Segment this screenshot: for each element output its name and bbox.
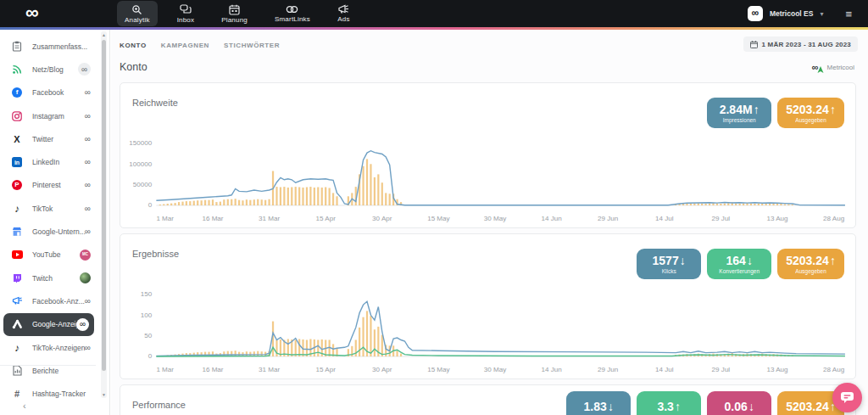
subnav-tabs: KONTOKAMPAGNENSTICHWÖRTER: [120, 42, 280, 49]
metricool-logo-icon[interactable]: ∞: [25, 2, 39, 24]
card-ergebnisse: Ergebnisse 1577 ↓Klicks164 ↓Konvertierun…: [120, 233, 856, 379]
svg-text:30 Apr: 30 Apr: [372, 215, 392, 222]
facebook-icon: f: [11, 87, 23, 98]
sidebar-item-label: Pinterest: [32, 181, 61, 189]
megaphone-icon: [337, 4, 350, 14]
subnav-tab-konto[interactable]: KONTO: [120, 42, 147, 49]
card-performance: Performance 1.83 ↓3.3 ↑0.06 ↓5203.24 ↑: [120, 384, 856, 415]
metric-badges: 2.84M ↑Impressionen5203.24 ↑Ausgegeben: [707, 98, 844, 128]
nav-tab-label: SmartLinks: [275, 15, 310, 23]
metric-badge-0-06[interactable]: 0.06 ↓: [707, 391, 771, 415]
reichweite-chart[interactable]: 0500001000001500001 Mar16 Mar31 Mar15 Ap…: [125, 132, 850, 226]
metric-label: Impressionen: [723, 117, 756, 123]
subnav-tab-kampagnen[interactable]: KAMPAGNEN: [161, 42, 209, 49]
metric-badge-ausgegeben[interactable]: 5203.24 ↑Ausgegeben: [777, 98, 844, 128]
metric-badge-1-83[interactable]: 1.83 ↓: [566, 391, 631, 415]
metric-badge-ausgegeben[interactable]: 5203.24 ↑Ausgegeben: [777, 249, 844, 279]
infinity-badge-icon: ∞: [85, 135, 91, 143]
subnav-tab-stichwörter[interactable]: STICHWÖRTER: [224, 42, 280, 49]
sidebar-item-google-untern[interactable]: Google-Untern...∞: [0, 220, 96, 243]
nav-tab-ads[interactable]: Ads: [330, 1, 358, 26]
metric-badge-konvertierungen[interactable]: 164 ↓Konvertierungen: [707, 249, 771, 279]
svg-text:0: 0: [148, 353, 153, 361]
svg-text:100000: 100000: [129, 160, 152, 168]
svg-text:15 May: 15 May: [427, 366, 449, 373]
svg-text:150000: 150000: [129, 139, 152, 147]
sidebar-item-label: LinkedIn: [32, 158, 59, 166]
metric-value: 3.3 ↑: [657, 400, 681, 413]
sidebar-item-label: Instagram: [32, 112, 64, 121]
sidebar-item-youtube[interactable]: YouTubeMC: [0, 244, 96, 266]
scrollbar-thumb[interactable]: [102, 40, 106, 371]
svg-text:29 Jul: 29 Jul: [712, 215, 731, 222]
account-avatar[interactable]: ∞: [748, 6, 763, 21]
sidebar-item-facebook[interactable]: fFacebook∞: [0, 81, 96, 104]
hamburger-menu-icon[interactable]: ≡: [845, 8, 853, 20]
chat-bubble-icon: [840, 391, 854, 404]
calendar-icon: [750, 41, 758, 48]
scroll-down-icon[interactable]: ▼: [101, 392, 107, 397]
metric-badge-impressionen[interactable]: 2.84M ↑Impressionen: [707, 98, 771, 128]
svg-text:14 Jul: 14 Jul: [655, 215, 674, 222]
svg-text:28 Aug: 28 Aug: [823, 366, 844, 373]
sidebar-item-pinterest[interactable]: PPinterest∞: [0, 174, 96, 197]
nav-tab-inbox[interactable]: Inbox: [170, 1, 203, 26]
sidebar-item-tiktok[interactable]: ♪TikTok∞: [0, 197, 96, 220]
sidebar-item-hashtag-tracker[interactable]: #Hashtag-Tracker: [0, 382, 96, 405]
nav-tab-planung[interactable]: Planung: [214, 1, 255, 26]
sidebar-item-netz-blog[interactable]: Netz/Blog∞: [0, 58, 96, 81]
svg-text:30 Apr: 30 Apr: [372, 366, 392, 373]
svg-text:16 Mar: 16 Mar: [202, 215, 223, 222]
sidebar-item-label: Twitch: [32, 274, 53, 283]
metricool-watermark-label: Metricool: [827, 64, 854, 71]
support-chat-button[interactable]: [832, 383, 862, 412]
main-content: KONTOKAMPAGNENSTICHWÖRTER 1 MÄR 2023 - 3…: [111, 30, 868, 415]
svg-text:14 Jun: 14 Jun: [541, 366, 561, 373]
twitch-icon: [11, 272, 23, 284]
sidebar-item-label: Netz/Blog: [32, 65, 64, 74]
growth-arrow-icon: [817, 66, 824, 74]
account-name[interactable]: Metricool ES: [770, 9, 813, 18]
sidebar-item-linkedin[interactable]: inLinkedIn∞: [0, 150, 96, 173]
svg-text:0: 0: [148, 202, 153, 210]
svg-text:14 Jun: 14 Jun: [541, 215, 561, 222]
top-nav: ∞ AnalytikInboxPlanungSmartLinksAds ∞ Me…: [0, 0, 868, 27]
metric-label: Konvertierungen: [719, 268, 760, 274]
nav-tab-label: Planung: [221, 16, 248, 24]
metric-value: 164 ↓: [726, 254, 753, 267]
sidebar-item-tiktok-anzeigen[interactable]: ♪TikTok-Anzeigen∞: [0, 336, 96, 359]
chevron-down-icon[interactable]: ▾: [820, 10, 823, 18]
twitter-x-icon: X: [11, 133, 23, 145]
sidebar-item-label: Berichte: [32, 367, 58, 375]
sidebar-items: Zusammenfass...Netz/Blog∞fFacebook∞Insta…: [0, 35, 96, 406]
nav-tab-analytik[interactable]: Analytik: [117, 1, 158, 26]
sidebar-item-zusammenfass[interactable]: Zusammenfass...: [0, 35, 96, 58]
chat-bubbles-icon: [180, 4, 192, 15]
sidebar-item-twitter[interactable]: XTwitter∞: [0, 127, 96, 150]
nav-tab-smartlinks[interactable]: SmartLinks: [267, 1, 318, 26]
card-title: Performance: [132, 400, 186, 410]
scroll-up-icon[interactable]: ▲: [101, 32, 107, 37]
clipboard-icon: [11, 41, 23, 53]
top-nav-right: ∞ Metricool ES ▾ ≡: [748, 0, 853, 27]
metric-badge-klicks[interactable]: 1577 ↓Klicks: [637, 249, 701, 279]
date-range-picker[interactable]: 1 MÄR 2023 - 31 AUG 2023: [743, 36, 858, 52]
metric-badge-3-3[interactable]: 3.3 ↑: [637, 391, 701, 415]
sidebar-item-google-anzeigen[interactable]: Google-Anzeigen∞: [3, 313, 94, 336]
sidebar-item-twitch[interactable]: Twitch: [0, 266, 96, 289]
sidebar-item-facebook-anz[interactable]: Facebook-Anz...∞: [0, 289, 96, 312]
google-ads-icon: [11, 318, 23, 330]
sidebar-scrollbar[interactable]: ▲ ▼: [101, 31, 107, 398]
metric-value: 1577 ↓: [653, 254, 686, 267]
tiktok-icon: ♪: [11, 342, 23, 354]
sidebar-item-label: Twitter: [32, 135, 53, 143]
svg-text:30 May: 30 May: [484, 366, 506, 373]
sidebar-item-berichte[interactable]: Berichte: [0, 359, 96, 382]
svg-text:15 Apr: 15 Apr: [316, 215, 337, 222]
infinity-badge-icon: ∞: [85, 344, 91, 352]
svg-text:100: 100: [141, 311, 153, 319]
sidebar-collapse-button[interactable]: ‹: [23, 401, 26, 411]
infinity-badge-icon: ∞: [85, 181, 91, 189]
sidebar-item-instagram[interactable]: Instagram∞: [0, 104, 96, 127]
ergebnisse-chart[interactable]: 0501001501 Mar16 Mar31 Mar15 Apr30 Apr15…: [125, 283, 850, 377]
